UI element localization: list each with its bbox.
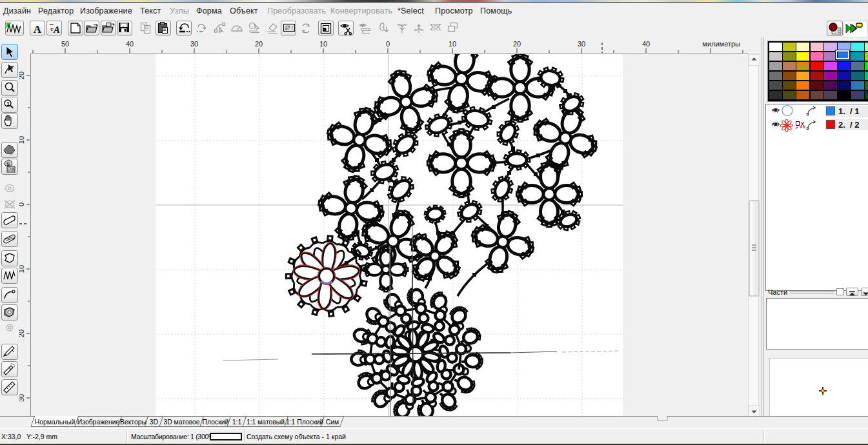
svg-text:30: 30: [578, 40, 585, 48]
svg-text:40: 40: [642, 40, 650, 48]
svg-text:3D матовое: 3D матовое: [163, 419, 199, 426]
svg-text:50: 50: [61, 40, 69, 48]
svg-text:30: 30: [190, 40, 198, 48]
svg-text:A: A: [53, 25, 60, 35]
svg-text:Векторы: Векторы: [120, 419, 146, 426]
svg-text:10: 10: [449, 40, 456, 48]
svg-text:1:1 матовый: 1:1 матовый: [247, 419, 285, 426]
svg-text:1:1 Плоский: 1:1 Плоский: [286, 419, 323, 426]
svg-text:20: 20: [513, 40, 521, 48]
svg-text:10: 10: [319, 40, 327, 48]
svg-text:Изображение: Изображение: [77, 419, 120, 426]
svg-text:10: 10: [19, 265, 25, 273]
svg-text:30: 30: [19, 394, 25, 402]
svg-text:A: A: [34, 23, 42, 35]
svg-text:20: 20: [255, 40, 263, 48]
svg-text:0: 0: [386, 40, 390, 48]
svg-text:Плоский: Плоский: [203, 419, 229, 426]
svg-text:1:1: 1:1: [232, 419, 242, 426]
svg-text:Нормальный: Нормальный: [35, 419, 76, 426]
svg-text:милиметры: милиметры: [702, 40, 740, 48]
svg-text:3D: 3D: [150, 419, 158, 426]
svg-text:20: 20: [19, 72, 25, 79]
svg-text:1: 1: [6, 101, 10, 107]
svg-text:Сим: Сим: [326, 419, 339, 426]
svg-text:0: 0: [19, 203, 25, 206]
svg-text:40: 40: [126, 40, 134, 48]
svg-text:20: 20: [19, 330, 25, 337]
svg-text:10: 10: [19, 136, 25, 144]
